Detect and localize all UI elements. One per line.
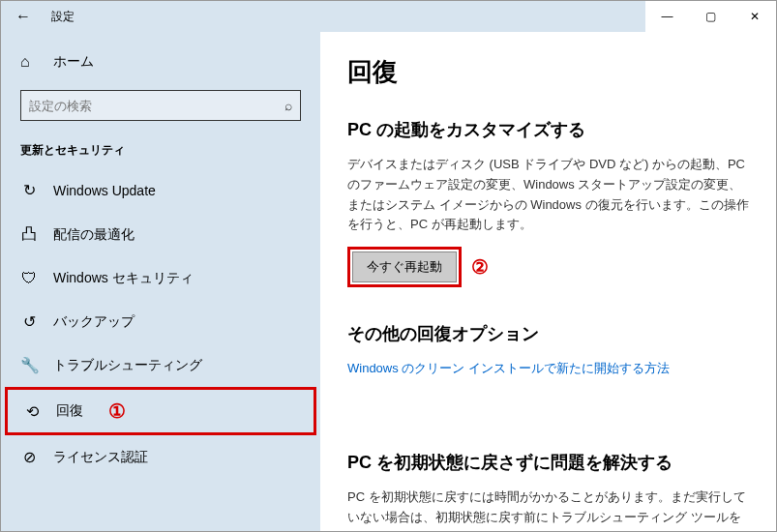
sidebar-item-label: Windows セキュリティ: [53, 270, 194, 287]
troubleshoot-icon: 🔧: [20, 356, 38, 374]
sidebar-item-recovery[interactable]: ⟲ 回復 ①: [5, 387, 316, 435]
minimize-button[interactable]: —: [645, 1, 689, 32]
sidebar: ⌂ ホーム ⌕ 更新とセキュリティ ↻ Windows Update 凸 配信の…: [1, 32, 320, 531]
home-icon: ⌂: [20, 53, 38, 71]
maximize-button[interactable]: ▢: [689, 1, 732, 32]
solve-description: PC を初期状態に戻すには時間がかかることがあります。まだ実行していない場合は、…: [347, 488, 749, 531]
sidebar-item-label: Windows Update: [53, 183, 156, 198]
clean-install-link[interactable]: Windows のクリーン インストールで新たに開始する方法: [347, 360, 670, 377]
page-title: 回復: [347, 55, 749, 89]
back-button[interactable]: ←: [9, 8, 38, 25]
sync-icon: ↻: [20, 181, 38, 199]
recovery-icon: ⟲: [23, 402, 41, 421]
search-icon: ⌕: [284, 98, 292, 113]
shield-icon: 🛡: [20, 270, 38, 287]
customize-description: デバイスまたはディスク (USB ドライブや DVD など) からの起動、PC …: [347, 155, 749, 235]
sidebar-item-troubleshoot[interactable]: 🔧 トラブルシューティング: [1, 343, 320, 387]
sidebar-item-label: 配信の最適化: [53, 226, 134, 244]
activation-icon: ⊘: [20, 448, 38, 466]
solve-heading: PC を初期状態に戻さずに問題を解決する: [347, 451, 749, 474]
sidebar-item-windows-update[interactable]: ↻ Windows Update: [1, 168, 320, 212]
other-options-heading: その他の回復オプション: [347, 322, 749, 345]
sidebar-item-label: バックアップ: [53, 313, 134, 331]
backup-icon: ↺: [20, 312, 38, 331]
sidebar-item-delivery-optimization[interactable]: 凸 配信の最適化: [1, 212, 320, 257]
restart-now-button[interactable]: 今すぐ再起動: [352, 251, 457, 282]
annotation-1: ①: [108, 399, 126, 423]
customize-heading: PC の起動をカスタマイズする: [347, 118, 749, 141]
category-header: 更新とセキュリティ: [20, 142, 301, 159]
home-label: ホーム: [53, 53, 94, 71]
home-nav[interactable]: ⌂ ホーム: [1, 45, 320, 78]
sidebar-item-label: トラブルシューティング: [53, 357, 202, 374]
main-content: 回復 PC の起動をカスタマイズする デバイスまたはディスク (USB ドライブ…: [320, 32, 776, 531]
sidebar-item-label: ライセンス認証: [53, 449, 148, 466]
sidebar-item-label: 回復: [56, 402, 83, 420]
window-title: 設定: [51, 9, 75, 25]
search-input[interactable]: [29, 99, 284, 113]
annotation-2: ②: [471, 255, 489, 279]
sidebar-item-windows-security[interactable]: 🛡 Windows セキュリティ: [1, 257, 320, 300]
optimization-icon: 凸: [20, 224, 38, 245]
sidebar-item-activation[interactable]: ⊘ ライセンス認証: [1, 435, 320, 479]
search-box[interactable]: ⌕: [20, 90, 301, 121]
sidebar-item-backup[interactable]: ↺ バックアップ: [1, 300, 320, 343]
close-button[interactable]: ✕: [732, 1, 776, 32]
